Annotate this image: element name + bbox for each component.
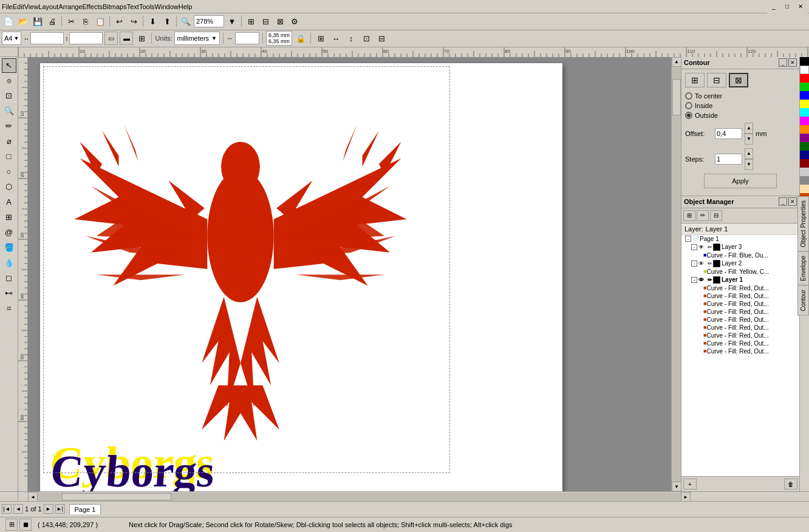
vtab-contour[interactable]: Contour — [797, 285, 809, 316]
layer2-toggle[interactable]: - — [691, 261, 697, 267]
transform-btn4[interactable]: ⊡ — [360, 32, 373, 45]
menu-view[interactable]: View — [24, 3, 39, 10]
tree-curve-red-8[interactable]: ■ Curve - Fill: Red, Out... — [681, 339, 799, 347]
tree-curve-red-2[interactable]: ■ Curve - Fill: Red, Out... — [681, 292, 799, 300]
layer1-lock[interactable]: ✏ — [708, 277, 712, 283]
vtab-envelope[interactable]: Envelope — [797, 251, 809, 285]
shape-tool[interactable]: ⌾ — [2, 73, 16, 88]
scroll-thumb-v[interactable] — [672, 79, 681, 115]
tree-curve-red-6[interactable]: ■ Curve - Fill: Red, Out... — [681, 324, 799, 332]
outside-type-btn[interactable]: ⊠ — [729, 73, 748, 87]
scroll-up-btn[interactable]: ▲ — [672, 57, 681, 67]
fill-status-icon[interactable]: ◼ — [19, 519, 32, 531]
restore-btn[interactable]: □ — [780, 0, 794, 13]
zoom-in-btn[interactable]: 🔍 — [179, 15, 193, 28]
tree-curve-red-9[interactable]: ■ Curve - Fill: Red, Out... — [681, 347, 799, 355]
portrait-btn[interactable]: ▭ — [104, 32, 118, 45]
coord-lock-btn[interactable]: 🔒 — [294, 32, 307, 45]
new-btn[interactable]: 📄 — [2, 15, 15, 28]
page-options-btn[interactable]: ⊞ — [135, 32, 148, 45]
layer1-toggle[interactable]: - — [691, 277, 697, 283]
layer3-eye[interactable]: 👁 — [698, 244, 707, 250]
page-size-dropdown[interactable]: ▼ — [13, 35, 19, 41]
layer2-eye[interactable]: 👁 — [698, 261, 707, 267]
obj-manager-tree[interactable]: - 📄 Page 1 - 👁 ✏ Layer 3 — [681, 235, 799, 476]
om-new-layer-btn[interactable]: + — [683, 479, 697, 489]
tree-curve-blue[interactable]: ■ Curve - Fill: Blue, Ou... — [681, 251, 799, 259]
cs-light-gray[interactable] — [800, 168, 809, 176]
cs-blue[interactable] — [800, 91, 809, 100]
cs-cyan[interactable] — [800, 108, 809, 117]
layer3-lock[interactable]: ✏ — [708, 244, 712, 250]
cs-dark-red[interactable] — [800, 159, 809, 168]
tree-curve-red-7[interactable]: ■ Curve - Fill: Red, Out... — [681, 332, 799, 339]
tree-layer1[interactable]: - 👁 ✏ Layer 1 — [681, 276, 799, 284]
table-tool[interactable]: ⊞ — [2, 210, 16, 225]
cs-gray[interactable] — [800, 176, 809, 185]
scroll-down-btn[interactable]: ▼ — [672, 482, 681, 491]
cs-purple[interactable] — [800, 134, 809, 142]
select-tool[interactable]: ↖ — [2, 58, 16, 73]
crop-tool[interactable]: ⊡ — [2, 89, 16, 103]
export-btn[interactable]: ⬆ — [160, 15, 174, 28]
eyedropper-tool[interactable]: 💧 — [2, 256, 16, 270]
steps-spin-up[interactable]: ▲ — [745, 148, 753, 159]
guide-btn[interactable]: ⊠ — [273, 15, 287, 28]
fill-tool[interactable]: 🪣 — [2, 240, 16, 255]
tree-curve-red-5[interactable]: ■ Curve - Fill: Red, Out... — [681, 316, 799, 324]
cut-btn[interactable]: ✂ — [64, 15, 78, 28]
inside-radio[interactable] — [685, 102, 692, 109]
import-btn[interactable]: ⬇ — [146, 15, 159, 28]
om-btn3[interactable]: ⊟ — [710, 210, 722, 221]
transform-btn1[interactable]: ⊞ — [314, 32, 327, 45]
h-scroll-left[interactable]: ◄ — [28, 492, 38, 502]
h-scroll-track[interactable] — [38, 493, 681, 501]
h-scroll-thumb[interactable] — [62, 493, 171, 500]
to-center-type-btn[interactable]: ⊞ — [685, 73, 705, 87]
outside-radio[interactable] — [685, 112, 692, 119]
menu-layout[interactable]: Layout — [38, 3, 58, 10]
contour-close-btn[interactable]: ✕ — [788, 58, 797, 67]
layer3-toggle[interactable]: - — [691, 244, 697, 250]
tree-curve-red-1[interactable]: ■ Curve - Fill: Red, Out... — [681, 284, 799, 292]
cs-red[interactable] — [800, 74, 809, 83]
menu-tools[interactable]: Tools — [139, 3, 155, 10]
cs-magenta[interactable] — [800, 117, 809, 125]
undo-btn[interactable]: ↩ — [112, 15, 126, 28]
menu-window[interactable]: Window — [155, 3, 179, 10]
prev-page-btn[interactable]: ◄ — [13, 504, 23, 514]
cs-green[interactable] — [800, 83, 809, 91]
transform-btn2[interactable]: ↔ — [329, 32, 343, 45]
connector-tool[interactable]: ⌗ — [2, 301, 16, 316]
h-scroll-right[interactable]: ► — [681, 492, 691, 502]
steps-spin-down[interactable]: ▼ — [745, 159, 753, 170]
page1-toggle[interactable]: - — [685, 236, 691, 242]
canvas-area[interactable]: Cyborgs Cyborgs — [28, 57, 671, 491]
nudge-input[interactable]: 1,0 mm — [235, 32, 259, 44]
units-dropdown-icon[interactable]: ▼ — [211, 35, 217, 41]
zoom-dropdown[interactable]: ▼ — [225, 15, 239, 28]
snap-btn[interactable]: ⊞ — [244, 15, 258, 28]
tree-page1[interactable]: - 📄 Page 1 — [681, 235, 799, 243]
menu-bitmaps[interactable]: Bitmaps — [103, 3, 127, 10]
width-input[interactable]: 210,0 mm — [30, 32, 64, 44]
cs-beige[interactable] — [800, 185, 809, 193]
transform-btn3[interactable]: ↕ — [344, 32, 358, 45]
redo-btn[interactable]: ↪ — [127, 15, 140, 28]
scroll-track-v[interactable] — [672, 67, 681, 482]
menu-file[interactable]: File — [2, 3, 13, 10]
offset-spin-down[interactable]: ▼ — [745, 134, 753, 145]
tree-layer3[interactable]: - 👁 ✏ Layer 3 — [681, 243, 799, 251]
landscape-btn[interactable]: ▬ — [120, 32, 133, 45]
rect-tool[interactable]: □ — [2, 149, 16, 164]
blend-tool[interactable]: ⊷ — [2, 286, 16, 301]
snap-status-icon[interactable]: ⊞ — [5, 519, 18, 531]
copy-btn[interactable]: ⎘ — [79, 15, 92, 28]
zoom-input[interactable]: 278% — [194, 15, 224, 27]
tree-curve-yellow[interactable]: ■ Curve - Fill: Yellow, C... — [681, 268, 799, 276]
minimize-btn[interactable]: _ — [767, 0, 780, 13]
om-btn1[interactable]: ⊞ — [683, 210, 695, 221]
zoom-tool[interactable]: 🔍 — [2, 104, 16, 118]
apply-button[interactable]: Apply — [704, 174, 777, 188]
to-center-radio[interactable] — [685, 92, 692, 100]
